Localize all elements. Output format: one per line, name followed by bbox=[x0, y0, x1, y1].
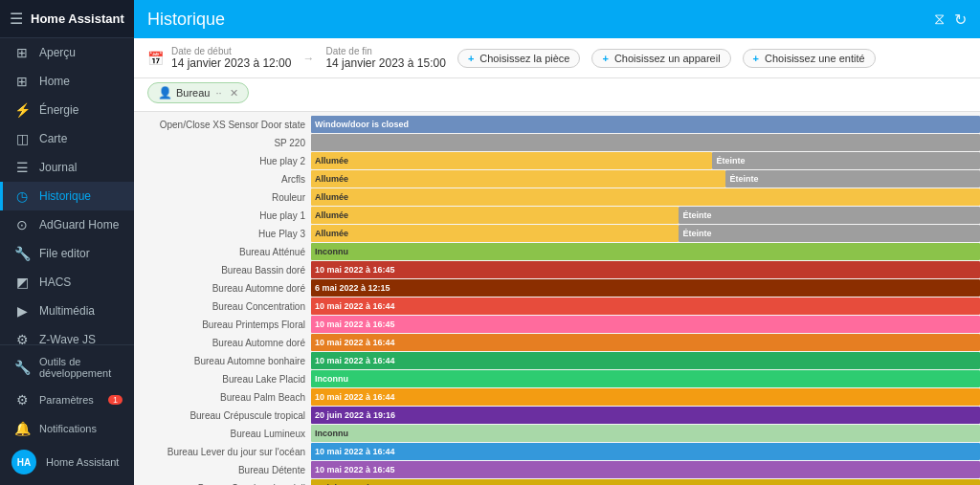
sidebar-label-energie: Énergie bbox=[39, 103, 78, 117]
row-label: Bureau Automne doré bbox=[134, 283, 311, 294]
timeline-segment[interactable]: Éteinte bbox=[679, 225, 980, 242]
date-from[interactable]: Date de début 14 janvier 2023 à 12:00 bbox=[171, 46, 291, 70]
row-label: Bureau Détente bbox=[134, 465, 311, 475]
timeline-segment[interactable]: Allumée bbox=[311, 188, 980, 206]
sidebar-item-parametres[interactable]: ⚙ Paramètres 1 bbox=[0, 386, 134, 414]
chip-entite[interactable]: + Choisissez une entité bbox=[743, 49, 876, 68]
sidebar-item-outils[interactable]: 🔧 Outils de développement bbox=[0, 349, 134, 386]
sidebar-item-adguard[interactable]: ⊙ AdGuard Home bbox=[0, 210, 134, 239]
row-bar-container: AlluméeÉteinte bbox=[311, 152, 980, 169]
row-label: Bureau Palm Beach bbox=[134, 392, 311, 403]
timeline-segment[interactable]: Éteinte bbox=[725, 170, 980, 187]
table-row: Bureau Lever du jour sur l'océan10 mai 2… bbox=[134, 443, 980, 460]
sidebar-label-historique: Historique bbox=[39, 189, 91, 203]
row-label: Hue Play 3 bbox=[134, 229, 311, 239]
sidebar-item-home[interactable]: ⊞ Home bbox=[0, 67, 134, 96]
timeline-segment[interactable]: Éteinte bbox=[712, 152, 980, 169]
timeline-segment[interactable]: 10 mai 2022 à 16:44 bbox=[311, 388, 980, 406]
hamburger-icon[interactable]: ☰ bbox=[10, 10, 23, 28]
plus-icon: + bbox=[468, 53, 474, 64]
chip-bureau-label: Bureau bbox=[176, 87, 210, 99]
chip-appareil[interactable]: + Choisissez un appareil bbox=[591, 49, 730, 68]
timeline-segment[interactable]: Allumée bbox=[311, 170, 725, 187]
sidebar-label-home: Home bbox=[39, 75, 70, 88]
row-label: Bureau Crépuscule tropical bbox=[134, 410, 311, 421]
sidebar-item-energie[interactable]: ⚡ Énergie bbox=[0, 96, 134, 124]
home-icon: ⊞ bbox=[14, 74, 30, 89]
sidebar-item-historique[interactable]: ◷ Historique bbox=[0, 182, 134, 210]
segment-label: Inconnu bbox=[315, 247, 348, 256]
table-row: Bureau Crépuscule tropical20 juin 2022 à… bbox=[134, 407, 980, 424]
chip-bureau[interactable]: 👤 Bureau ·· ✕ bbox=[147, 82, 249, 103]
segment-label: Allumée bbox=[315, 192, 348, 202]
table-row: Bureau Détente10 mai 2022 à 16:45 bbox=[134, 461, 980, 478]
sidebar-item-apercu[interactable]: ⊞ Aperçu bbox=[0, 38, 134, 67]
sidebar-item-carte[interactable]: ◫ Carte bbox=[0, 124, 134, 153]
table-row: Bureau Automne bonhaire10 mai 2022 à 16:… bbox=[134, 352, 980, 369]
page-title: Historique bbox=[147, 10, 225, 30]
segment-label: Éteinte bbox=[729, 174, 758, 184]
timeline-segment[interactable]: 6 mai 2022 à 12:15 bbox=[311, 279, 980, 297]
plus-icon2: + bbox=[602, 53, 608, 64]
wrench-icon: 🔧 bbox=[14, 246, 30, 261]
timeline-segment[interactable]: 20 juin 2022 à 19:16 bbox=[311, 479, 980, 485]
row-label: Bureau Printemps Floral bbox=[134, 320, 311, 330]
timeline-segment[interactable]: Inconnu bbox=[311, 425, 980, 442]
timeline-segment[interactable]: 10 mai 2022 à 16:45 bbox=[311, 261, 980, 278]
timeline-segment[interactable] bbox=[311, 134, 980, 151]
timeline-segment[interactable]: Inconnu bbox=[311, 243, 980, 260]
bureau-icon: 👤 bbox=[158, 86, 172, 99]
sidebar-label-multimedia: Multimédia bbox=[39, 304, 95, 318]
row-label: Bureau Concentration bbox=[134, 301, 311, 312]
settings-icon: ⚙ bbox=[14, 392, 30, 408]
date-to-label: Date de fin bbox=[325, 46, 445, 56]
segment-label: 6 mai 2022 à 12:15 bbox=[315, 283, 390, 293]
segment-label: 10 mai 2022 à 16:44 bbox=[315, 338, 395, 347]
filter-icon[interactable]: ⧖ bbox=[934, 11, 945, 28]
refresh-icon[interactable]: ↻ bbox=[954, 11, 967, 29]
timeline-segment[interactable]: Éteinte bbox=[679, 207, 980, 224]
timeline-segment[interactable]: Allumée bbox=[311, 225, 679, 242]
sidebar-item-hacs[interactable]: ◩ HACS bbox=[0, 268, 134, 297]
row-bar-container: 10 mai 2022 à 16:45 bbox=[311, 461, 980, 478]
segment-label: Window/door is closed bbox=[315, 120, 409, 129]
timeline-segment[interactable]: 10 mai 2022 à 16:45 bbox=[311, 461, 980, 478]
timeline-segment[interactable]: 10 mai 2022 à 16:45 bbox=[311, 316, 980, 333]
timeline-segment[interactable]: 10 mai 2022 à 16:44 bbox=[311, 334, 980, 351]
row-bar-container: 10 mai 2022 à 16:45 bbox=[311, 261, 980, 278]
filter-bar-2: 👤 Bureau ·· ✕ bbox=[134, 78, 980, 112]
sidebar-item-ha-footer[interactable]: HA Home Assistant bbox=[0, 443, 134, 481]
sidebar-item-journal[interactable]: ☰ Journal bbox=[0, 153, 134, 182]
timeline-segment[interactable]: Inconnu bbox=[311, 370, 980, 387]
timeline-segment[interactable]: 10 mai 2022 à 16:44 bbox=[311, 298, 980, 315]
chip-bureau-close[interactable]: ✕ bbox=[230, 87, 238, 99]
timeline-segment[interactable]: Allumée bbox=[311, 152, 712, 169]
sidebar-label-parametres: Paramètres bbox=[39, 394, 94, 406]
sidebar-item-zwave[interactable]: ⚙ Z-Wave JS bbox=[0, 325, 134, 344]
chip-piece[interactable]: + Choisissez la pièce bbox=[457, 49, 581, 68]
table-row: Bureau AtténuéInconnu bbox=[134, 243, 980, 260]
sidebar-item-multimedia[interactable]: ▶ Multimédia bbox=[0, 297, 134, 325]
sidebar-item-file-editor[interactable]: 🔧 File editor bbox=[0, 239, 134, 268]
segment-label: Allumée bbox=[315, 156, 348, 165]
row-bar-container: 10 mai 2022 à 16:44 bbox=[311, 352, 980, 369]
table-row: Hue play 2AlluméeÉteinte bbox=[134, 152, 980, 169]
timeline-segment[interactable]: 10 mai 2022 à 16:44 bbox=[311, 352, 980, 369]
segment-label: Allumée bbox=[315, 174, 348, 184]
date-to[interactable]: Date de fin 14 janvier 2023 à 15:00 bbox=[325, 46, 445, 70]
table-row: Open/Close XS Sensor Door stateWindow/do… bbox=[134, 116, 980, 133]
timeline-segment[interactable]: Allumée bbox=[311, 207, 679, 224]
row-bar-container bbox=[311, 134, 980, 151]
row-label: Rouleur bbox=[134, 192, 311, 203]
table-row: Bureau Coucher de soleil20 juin 2022 à 1… bbox=[134, 479, 980, 485]
timeline-segment[interactable]: 10 mai 2022 à 16:44 bbox=[311, 443, 980, 460]
table-row: Bureau Printemps Floral10 mai 2022 à 16:… bbox=[134, 316, 980, 333]
row-bar-container: Inconnu bbox=[311, 243, 980, 260]
row-bar-container: 10 mai 2022 à 16:45 bbox=[311, 316, 980, 333]
sidebar-header: ☰ Home Assistant bbox=[0, 0, 134, 38]
row-bar-container: Allumée bbox=[311, 188, 980, 206]
sidebar-item-notifications[interactable]: 🔔 Notifications bbox=[0, 414, 134, 443]
timeline-segment[interactable]: 20 juin 2022 à 19:16 bbox=[311, 407, 980, 424]
row-label: Bureau Lake Placid bbox=[134, 374, 311, 385]
timeline-segment[interactable]: Window/door is closed bbox=[311, 116, 980, 133]
